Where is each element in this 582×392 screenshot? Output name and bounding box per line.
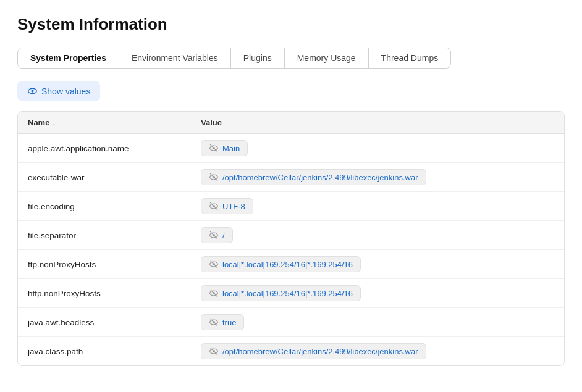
table-body: apple.awt.application.name Mainexecutabl… — [18, 134, 564, 365]
tabs-bar: System PropertiesEnvironment VariablesPl… — [17, 48, 451, 69]
row-value: UTF-8 — [201, 198, 554, 214]
table-row: file.separator / — [18, 221, 564, 250]
tab-plugins[interactable]: Plugins — [231, 48, 285, 68]
table-row: ftp.nonProxyHosts local|*.local|169.254/… — [18, 250, 564, 279]
col-value-header: Value — [201, 118, 554, 127]
row-name: file.encoding — [28, 202, 201, 211]
value-badge: Main — [201, 140, 248, 156]
value-badge: true — [201, 314, 244, 330]
eye-icon — [27, 86, 38, 96]
row-value: / — [201, 227, 554, 243]
tab-system-properties[interactable]: System Properties — [18, 48, 119, 68]
row-name: executable-war — [28, 173, 201, 182]
row-name: http.nonProxyHosts — [28, 289, 201, 298]
row-value: local|*.local|169.254/16|*.169.254/16 — [201, 256, 554, 272]
row-name: ftp.nonProxyHosts — [28, 260, 201, 269]
eye-off-icon — [209, 143, 219, 153]
table-row: java.class.path /opt/homebrew/Cellar/jen… — [18, 337, 564, 365]
row-name: java.class.path — [28, 347, 201, 356]
row-value: Main — [201, 140, 554, 156]
value-text: /opt/homebrew/Cellar/jenkins/2.499/libex… — [222, 173, 418, 182]
value-text: true — [222, 318, 236, 327]
table-header: Name ↓ Value — [18, 112, 564, 134]
table-row: java.awt.headless true — [18, 308, 564, 337]
value-text: Main — [222, 144, 240, 153]
row-value: true — [201, 314, 554, 330]
row-value: local|*.local|169.254/16|*.169.254/16 — [201, 285, 554, 301]
value-badge: /opt/homebrew/Cellar/jenkins/2.499/libex… — [201, 343, 426, 359]
row-name: file.separator — [28, 231, 201, 240]
row-name: apple.awt.application.name — [28, 144, 201, 153]
table-row: file.encoding UTF-8 — [18, 192, 564, 221]
value-badge: local|*.local|169.254/16|*.169.254/16 — [201, 256, 361, 272]
eye-off-icon — [209, 201, 219, 211]
value-badge: local|*.local|169.254/16|*.169.254/16 — [201, 285, 361, 301]
value-text: / — [222, 231, 225, 240]
tab-memory-usage[interactable]: Memory Usage — [285, 48, 369, 68]
table-row: apple.awt.application.name Main — [18, 134, 564, 163]
value-text: local|*.local|169.254/16|*.169.254/16 — [222, 260, 353, 269]
eye-off-icon — [209, 346, 219, 356]
value-badge: / — [201, 227, 233, 243]
value-badge: /opt/homebrew/Cellar/jenkins/2.499/libex… — [201, 169, 426, 185]
row-name: java.awt.headless — [28, 318, 201, 327]
properties-table: Name ↓ Value apple.awt.application.name … — [17, 111, 565, 366]
eye-off-icon — [209, 230, 219, 240]
table-row: executable-war /opt/homebrew/Cellar/jenk… — [18, 163, 564, 192]
value-text: /opt/homebrew/Cellar/jenkins/2.499/libex… — [222, 347, 418, 356]
tab-environment-variables[interactable]: Environment Variables — [119, 48, 231, 68]
value-badge: UTF-8 — [201, 198, 253, 214]
eye-off-icon — [209, 172, 219, 182]
row-value: /opt/homebrew/Cellar/jenkins/2.499/libex… — [201, 169, 554, 185]
eye-off-icon — [209, 317, 219, 327]
main-page: System Information System PropertiesEnvi… — [0, 0, 582, 381]
col-name-header: Name ↓ — [28, 118, 201, 127]
svg-point-1 — [31, 90, 33, 92]
tab-thread-dumps[interactable]: Thread Dumps — [369, 48, 451, 68]
eye-off-icon — [209, 288, 219, 298]
page-title: System Information — [17, 15, 565, 34]
sort-icon: ↓ — [52, 119, 56, 127]
value-text: UTF-8 — [222, 202, 245, 211]
show-values-label: Show values — [41, 86, 90, 96]
value-text: local|*.local|169.254/16|*.169.254/16 — [222, 289, 353, 298]
table-row: http.nonProxyHosts local|*.local|169.254… — [18, 279, 564, 308]
eye-off-icon — [209, 259, 219, 269]
show-values-button[interactable]: Show values — [17, 81, 100, 101]
row-value: /opt/homebrew/Cellar/jenkins/2.499/libex… — [201, 343, 554, 359]
